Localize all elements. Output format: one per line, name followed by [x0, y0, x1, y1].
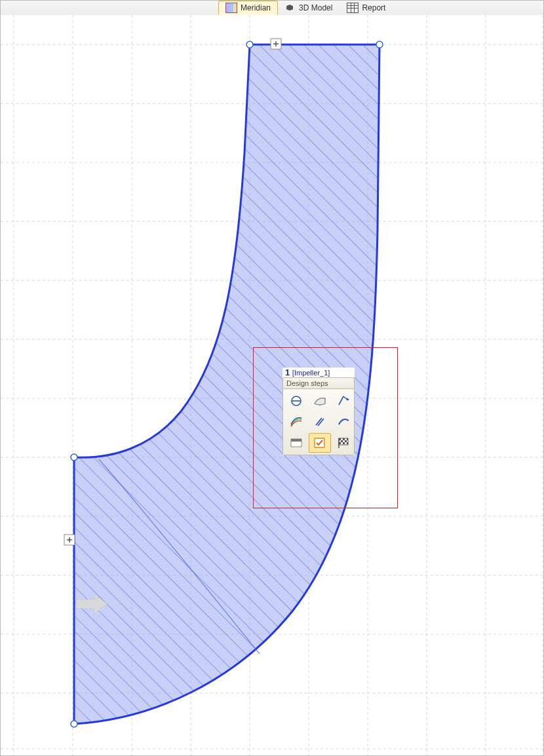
- step-edge[interactable]: [332, 412, 355, 432]
- step-check[interactable]: [309, 433, 331, 453]
- handle-hub-outlet[interactable]: [376, 41, 383, 48]
- handle-shroud-outlet[interactable]: [246, 41, 253, 48]
- tab-report-label: Report: [362, 1, 385, 14]
- handle-shroud-inlet[interactable]: [71, 454, 77, 461]
- tab-3d-model-label: 3D Model: [299, 1, 332, 14]
- tab-3d-model[interactable]: 3D Model: [278, 1, 340, 15]
- cube-icon: [285, 3, 296, 12]
- tab-report[interactable]: Report: [340, 1, 393, 15]
- expand-inlet-icon[interactable]: [64, 535, 75, 545]
- palette-grid: [282, 388, 355, 455]
- tab-meridian-label: Meridian: [241, 1, 271, 14]
- palette-index: 1: [285, 368, 290, 377]
- tab-meridian[interactable]: Meridian: [218, 1, 278, 15]
- meridian-icon: [225, 3, 237, 13]
- palette-component-name: [Impeller_1]: [292, 369, 330, 377]
- svg-rect-138: [291, 439, 301, 442]
- step-finish[interactable]: [332, 433, 355, 453]
- handle-hub-inlet[interactable]: [71, 721, 77, 727]
- palette-title: 1 [Impeller_1]: [282, 368, 355, 377]
- step-blade-angles[interactable]: [332, 391, 355, 411]
- svg-rect-147: [343, 442, 345, 444]
- svg-rect-142: [343, 438, 345, 440]
- design-steps-palette[interactable]: 1 [Impeller_1] Design steps: [282, 368, 355, 455]
- expand-outlet-icon[interactable]: [271, 39, 281, 49]
- step-mean-lines[interactable]: [285, 412, 307, 432]
- table-icon: [347, 3, 359, 13]
- step-blade-profile[interactable]: [309, 412, 331, 432]
- app-frame: Meridian 3D Model Report: [0, 0, 544, 756]
- step-mesh[interactable]: [285, 433, 307, 453]
- svg-rect-143: [347, 438, 348, 440]
- meridian-canvas[interactable]: 1 [Impeller_1] Design steps: [1, 15, 543, 755]
- step-main-dimensions[interactable]: [285, 391, 307, 411]
- view-tabstrip: Meridian 3D Model Report: [1, 1, 543, 16]
- svg-rect-148: [347, 442, 348, 444]
- svg-rect-144: [341, 440, 343, 442]
- step-meridional[interactable]: [309, 391, 331, 411]
- svg-rect-145: [345, 440, 347, 442]
- meridian-graph[interactable]: [1, 15, 543, 755]
- palette-header: Design steps: [282, 377, 355, 388]
